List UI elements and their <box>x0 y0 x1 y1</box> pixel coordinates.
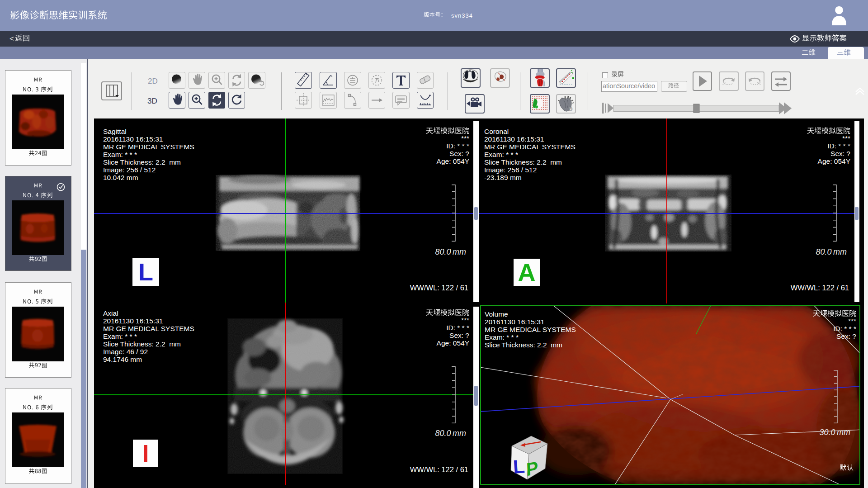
svg-text:D: D <box>569 106 573 112</box>
